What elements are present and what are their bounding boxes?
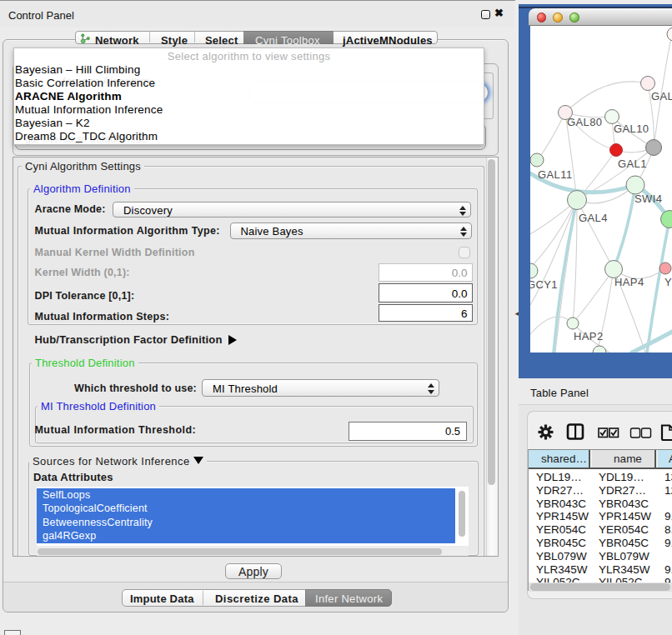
svg-text:GAL10: GAL10 — [614, 122, 649, 135]
svg-text:GCY1: GCY1 — [530, 278, 558, 291]
svg-text:GAL7: GAL7 — [651, 90, 672, 102]
svg-text:HAP2: HAP2 — [574, 330, 604, 342]
svg-text:Y: Y — [664, 276, 672, 288]
svg-text:SWI4: SWI4 — [634, 192, 662, 205]
svg-text:GAL11: GAL11 — [538, 168, 573, 181]
svg-text:GAL80: GAL80 — [567, 116, 602, 128]
svg-text:HAP4: HAP4 — [614, 276, 644, 288]
svg-text:GAL1: GAL1 — [618, 158, 647, 170]
svg-text:GAL4: GAL4 — [579, 212, 608, 224]
